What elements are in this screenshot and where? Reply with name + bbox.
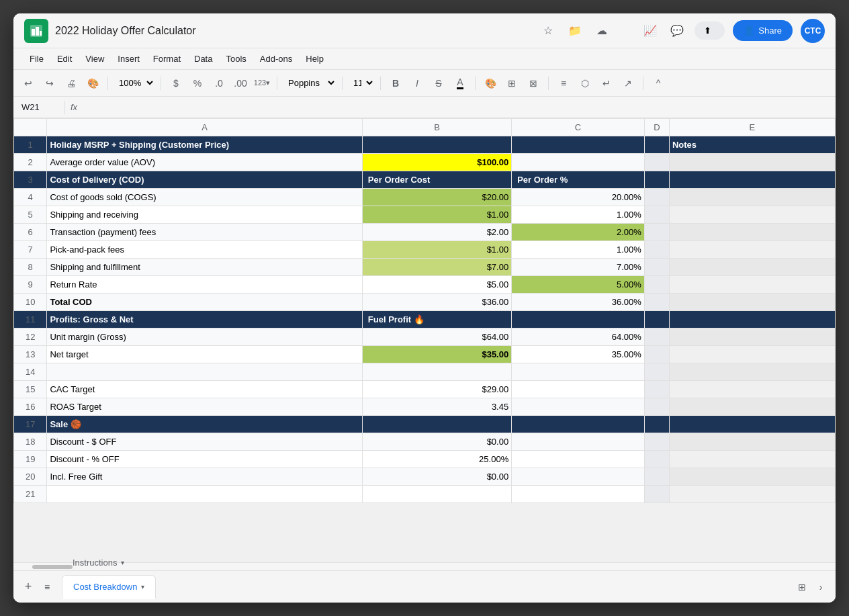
add-sheet-button[interactable]: + xyxy=(19,578,38,597)
cell-d[interactable] xyxy=(644,451,669,468)
borders-button[interactable]: ⊞ xyxy=(502,74,521,93)
cell-c[interactable] xyxy=(512,486,645,503)
cell-a[interactable]: Average order value (AOV) xyxy=(47,154,362,171)
cell-a[interactable]: Return Rate xyxy=(47,276,362,294)
menu-edit[interactable]: Edit xyxy=(52,51,77,67)
cell-c[interactable] xyxy=(512,381,645,398)
currency-button[interactable]: $ xyxy=(167,74,185,93)
cell-d[interactable] xyxy=(644,346,669,363)
cell-e[interactable] xyxy=(669,311,835,328)
col-header-b[interactable]: B xyxy=(362,119,511,136)
cell-c[interactable]: 64.00% xyxy=(512,328,645,346)
cell-e[interactable] xyxy=(669,206,835,224)
cell-c[interactable] xyxy=(512,398,645,416)
cell-c[interactable] xyxy=(512,311,645,328)
cell-a[interactable]: Holiday MSRP + Shipping (Customer Price) xyxy=(47,136,362,154)
cell-e[interactable]: Notes xyxy=(669,136,835,154)
cell-d[interactable] xyxy=(644,206,669,224)
cell-a[interactable]: Total COD xyxy=(47,294,362,311)
cell-c[interactable] xyxy=(512,363,645,381)
cell-a[interactable]: ROAS Target xyxy=(47,398,362,416)
rotate-button[interactable]: ↗ xyxy=(619,74,637,93)
cell-d[interactable] xyxy=(644,416,669,433)
cell-e[interactable] xyxy=(669,451,835,468)
redo-button[interactable]: ↪ xyxy=(40,74,59,93)
cell-e[interactable] xyxy=(669,433,835,451)
cell-e[interactable] xyxy=(669,416,835,433)
cell-c[interactable]: 7.00% xyxy=(512,259,645,276)
bold-button[interactable]: B xyxy=(386,74,405,93)
cell-a[interactable] xyxy=(47,363,362,381)
cell-e[interactable] xyxy=(669,224,835,241)
cell-a[interactable]: Cost of Delivery (COD) xyxy=(47,171,362,189)
cell-a[interactable]: Sale 🏀 xyxy=(47,416,362,433)
sheet-tab-1[interactable]: Cost Breakdown▾ xyxy=(62,575,156,599)
sheets-right-icon[interactable]: ⊞ xyxy=(793,578,811,597)
cell-e[interactable] xyxy=(669,259,835,276)
strikethrough-button[interactable]: S xyxy=(429,74,448,93)
cell-c[interactable]: 35.00% xyxy=(512,346,645,363)
undo-button[interactable]: ↩ xyxy=(19,74,38,93)
cell-b[interactable]: $64.00 xyxy=(362,328,511,346)
cell-d[interactable] xyxy=(644,294,669,311)
cell-a[interactable]: Profits: Gross & Net xyxy=(47,311,362,328)
cell-e[interactable] xyxy=(669,241,835,259)
font-select[interactable]: Poppins xyxy=(283,76,337,90)
cell-c[interactable] xyxy=(512,468,645,486)
cell-b[interactable]: Per Order Cost xyxy=(362,171,511,189)
cell-reference[interactable]: W21 xyxy=(19,102,59,112)
cell-e[interactable] xyxy=(669,468,835,486)
cloud-icon[interactable]: ☁ xyxy=(592,21,611,40)
menu-insert[interactable]: Insert xyxy=(112,51,145,67)
col-header-a[interactable]: A xyxy=(47,119,362,136)
cell-e[interactable] xyxy=(669,189,835,206)
cell-e[interactable] xyxy=(669,346,835,363)
cell-a[interactable]: Incl. Free Gift xyxy=(47,468,362,486)
cell-d[interactable] xyxy=(644,468,669,486)
wrap-button[interactable]: ↵ xyxy=(597,74,616,93)
cell-e[interactable] xyxy=(669,398,835,416)
cell-b[interactable]: 3.45 xyxy=(362,398,511,416)
cell-c[interactable] xyxy=(512,416,645,433)
zoom-select[interactable]: 100% xyxy=(114,76,155,90)
more-button[interactable]: ^ xyxy=(649,74,668,93)
cell-b[interactable]: $2.00 xyxy=(362,224,511,241)
cell-a[interactable]: Unit margin (Gross) xyxy=(47,328,362,346)
cell-b[interactable]: $100.00 xyxy=(362,154,511,171)
cell-a[interactable]: Discount - % OFF xyxy=(47,451,362,468)
valign-button[interactable]: ⬡ xyxy=(576,74,594,93)
cell-c[interactable]: 36.00% xyxy=(512,294,645,311)
cell-b[interactable]: $36.00 xyxy=(362,294,511,311)
cell-c[interactable] xyxy=(512,433,645,451)
cell-a[interactable] xyxy=(47,486,362,503)
cell-d[interactable] xyxy=(644,259,669,276)
text-color-button[interactable]: A xyxy=(451,74,470,93)
cell-e[interactable] xyxy=(669,171,835,189)
chart-icon[interactable]: 📈 xyxy=(641,21,660,40)
cell-d[interactable] xyxy=(644,241,669,259)
increase-decimal-button[interactable]: .00 xyxy=(231,74,250,93)
cell-c[interactable] xyxy=(512,451,645,468)
cell-c[interactable] xyxy=(512,136,645,154)
col-header-c[interactable]: C xyxy=(512,119,645,136)
cell-b[interactable] xyxy=(362,486,511,503)
merge-button[interactable]: ⊠ xyxy=(524,74,543,93)
cell-b[interactable]: $7.00 xyxy=(362,259,511,276)
cell-d[interactable] xyxy=(644,311,669,328)
italic-button[interactable]: I xyxy=(408,74,427,93)
cell-e[interactable] xyxy=(669,328,835,346)
print-button[interactable]: 🖨 xyxy=(62,74,81,93)
cell-c[interactable]: 5.00% xyxy=(512,276,645,294)
cell-b[interactable] xyxy=(362,363,511,381)
cell-b[interactable]: $20.00 xyxy=(362,189,511,206)
percent-button[interactable]: % xyxy=(188,74,207,93)
cell-e[interactable] xyxy=(669,486,835,503)
folder-icon[interactable]: 📁 xyxy=(566,21,584,40)
comment-icon[interactable]: 💬 xyxy=(668,21,686,40)
cell-d[interactable] xyxy=(644,363,669,381)
menu-help[interactable]: Help xyxy=(300,51,329,67)
cell-b[interactable] xyxy=(362,136,511,154)
menu-format[interactable]: Format xyxy=(148,51,186,67)
cell-b[interactable]: $1.00 xyxy=(362,241,511,259)
fill-color-button[interactable]: 🎨 xyxy=(481,74,500,93)
